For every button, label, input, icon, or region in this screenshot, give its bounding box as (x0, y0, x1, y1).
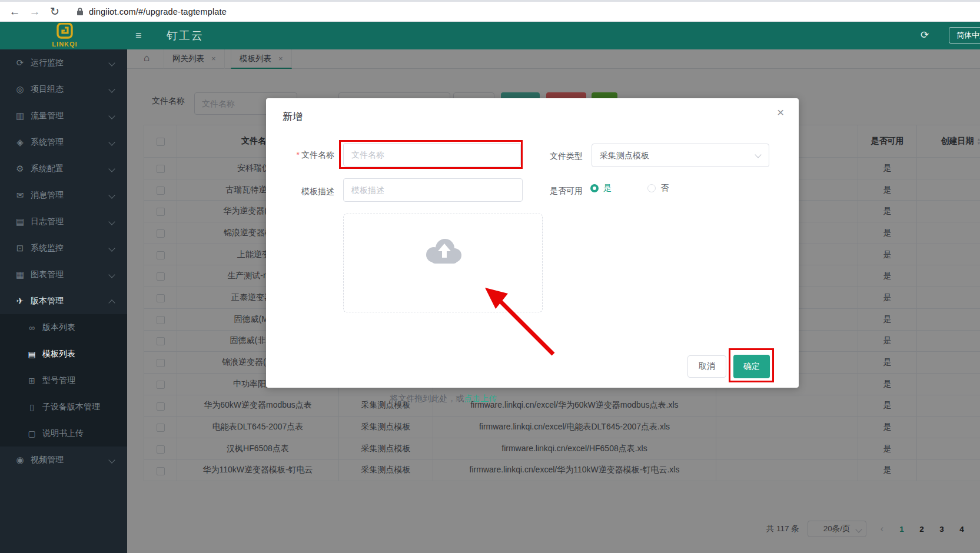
upload-dropzone[interactable]: 将文件拖到此处，或点击上传 (343, 214, 543, 312)
sidebar-item-label: 流量管理 (31, 111, 64, 121)
sidebar-item-label: 运行监控 (31, 58, 64, 68)
sidebar-subitem-型号管理[interactable]: ⊞型号管理 (0, 367, 127, 394)
radio-unselected-icon[interactable] (647, 184, 656, 192)
required-asterisk: * (297, 150, 300, 159)
traffic-card-icon: ▥ (14, 111, 26, 121)
browser-toolbar: ← → ↻ dingiiot.com/#/upgrade-tagtemplate (0, 0, 980, 22)
chevron-down-icon (108, 192, 115, 198)
sidebar-item-日志管理[interactable]: ▤日志管理 (0, 208, 127, 235)
available-radio-no[interactable]: 否 (647, 183, 669, 194)
chevron-up-icon (108, 299, 115, 306)
sidebar-item-流量管理[interactable]: ▥流量管理 (0, 102, 127, 129)
sidebar-subitem-子设备版本管理[interactable]: ▯子设备版本管理 (0, 394, 127, 420)
upload-cloud-icon (423, 238, 463, 265)
sidebar-nav: ⟳运行监控◎项目组态▥流量管理◈系统管理⚙系统配置✉消息管理▤日志管理⊡系统监控… (0, 49, 127, 553)
sidebar-submenu: ∞版本列表▤模板列表⊞型号管理▯子设备版本管理▢说明书上传 (0, 314, 127, 447)
sidebar-item-label: 日志管理 (31, 216, 64, 227)
chevron-down-icon (108, 271, 115, 278)
sidebar-item-label: 系统管理 (31, 137, 64, 148)
monitor-run-icon: ⟳ (14, 58, 26, 68)
chevron-down-icon (108, 245, 115, 251)
template-list-icon: ▤ (26, 349, 38, 359)
add-template-dialog: 新增 × *文件名称 文件类型 采集测点模板 模板描述 是否可用 是 否 (266, 98, 799, 388)
sidebar-item-label: 项目组态 (31, 84, 64, 95)
browser-reload-icon[interactable]: ↻ (45, 5, 65, 18)
linkqi-logo: LINKQI (46, 23, 84, 49)
version-manage-icon: ✈ (14, 296, 26, 307)
sidebar-subitem-版本列表[interactable]: ∞版本列表 (0, 314, 127, 341)
template-desc-input[interactable] (343, 178, 523, 202)
radio-selected-icon[interactable] (590, 184, 599, 192)
sidebar-subitem-模板列表[interactable]: ▤模板列表 (0, 341, 127, 367)
sidebar-item-图表管理[interactable]: ▦图表管理 (0, 261, 127, 288)
main-content: ⌂ 网关列表× 模板列表× 文件名称 文件名称是否可用创建日期▲▼安科瑞仪表是古… (127, 49, 980, 553)
message-icon: ✉ (14, 190, 26, 201)
sidebar-subitem-label: 版本列表 (42, 322, 75, 333)
chevron-down-icon (108, 86, 115, 92)
sidebar-subitem-label: 型号管理 (42, 375, 75, 386)
project-config-icon: ◎ (14, 84, 26, 95)
file-name-label: *文件名称 (264, 150, 334, 161)
system-manage-icon: ◈ (14, 137, 26, 148)
linkqi-logo-icon (56, 23, 74, 39)
chevron-down-icon (108, 218, 115, 225)
sidebar-item-label: 视频管理 (31, 455, 64, 465)
sidebar-subitem-说明书上传[interactable]: ▢说明书上传 (0, 420, 127, 447)
linkqi-logo-text: LINKQI (46, 41, 84, 48)
address-bar-url[interactable]: dingiiot.com/#/upgrade-tagtemplate (89, 7, 227, 16)
language-switch-button[interactable]: 简体中文 (949, 27, 980, 44)
cancel-button[interactable]: 取消 (687, 355, 726, 378)
sidebar-subitem-label: 子设备版本管理 (42, 402, 100, 412)
chart-icon: ▦ (14, 269, 26, 280)
header-refresh-icon[interactable]: ⟳ (921, 29, 929, 41)
sidebar-subitem-label: 说明书上传 (42, 428, 84, 439)
chevron-down-icon (108, 139, 115, 145)
radio-no-label: 否 (660, 183, 669, 194)
chevron-down-icon (108, 112, 115, 119)
video-manage-icon: ◉ (14, 455, 26, 465)
sidebar-item-运行监控[interactable]: ⟳运行监控 (0, 49, 127, 76)
browser-back-icon[interactable]: ← (5, 5, 25, 18)
file-type-label: 文件类型 (512, 151, 583, 162)
log-icon: ▤ (14, 216, 26, 227)
version-list-icon: ∞ (26, 323, 38, 332)
chevron-down-icon (108, 457, 115, 463)
confirm-button[interactable]: 确定 (733, 355, 770, 378)
sidebar-item-消息管理[interactable]: ✉消息管理 (0, 182, 127, 208)
menu-collapse-icon[interactable]: ≡ (135, 29, 142, 42)
available-label: 是否可用 (512, 186, 583, 196)
ssl-lock-icon (77, 7, 84, 16)
sidebar-item-系统管理[interactable]: ◈系统管理 (0, 129, 127, 155)
gear-icon: ⚙ (14, 164, 26, 174)
sidebar-subitem-label: 模板列表 (42, 349, 75, 359)
sidebar-item-label: 图表管理 (31, 269, 64, 280)
chevron-down-icon (108, 59, 115, 66)
sidebar-item-项目组态[interactable]: ◎项目组态 (0, 76, 127, 102)
system-monitor-icon: ⊡ (14, 243, 26, 254)
manual-upload-icon: ▢ (26, 429, 38, 438)
sidebar-item-视频管理[interactable]: ◉视频管理 (0, 447, 127, 473)
app-title: 钉工云 (167, 28, 204, 44)
file-name-input[interactable] (343, 143, 521, 166)
sidebar-item-系统配置[interactable]: ⚙系统配置 (0, 155, 127, 182)
upload-click-link[interactable]: 点击上传 (464, 394, 497, 403)
file-type-value: 采集测点模板 (600, 151, 649, 160)
file-type-select[interactable]: 采集测点模板 (592, 144, 769, 167)
sidebar-item-label: 消息管理 (31, 190, 64, 201)
upload-hint-text: 将文件拖到此处，或点击上传 (344, 394, 543, 404)
app-header: LINKQI ≡ 钉工云 ⟳ 简体中文 (0, 22, 980, 49)
chevron-down-icon (108, 165, 115, 172)
sidebar-item-label: 版本管理 (31, 296, 64, 307)
dialog-close-icon[interactable]: × (777, 105, 784, 119)
sidebar-item-label: 系统配置 (31, 164, 64, 174)
browser-forward-icon[interactable]: → (25, 5, 45, 18)
sidebar-item-label: 系统监控 (31, 243, 64, 254)
available-radio-yes[interactable]: 是 (590, 183, 612, 194)
dialog-title: 新增 (283, 110, 303, 124)
radio-yes-label: 是 (603, 183, 612, 194)
subdevice-version-icon: ▯ (26, 402, 38, 412)
model-manage-icon: ⊞ (26, 376, 38, 385)
chevron-down-icon (755, 151, 761, 158)
sidebar-item-系统监控[interactable]: ⊡系统监控 (0, 235, 127, 261)
sidebar-item-版本管理[interactable]: ✈版本管理 (0, 288, 127, 314)
